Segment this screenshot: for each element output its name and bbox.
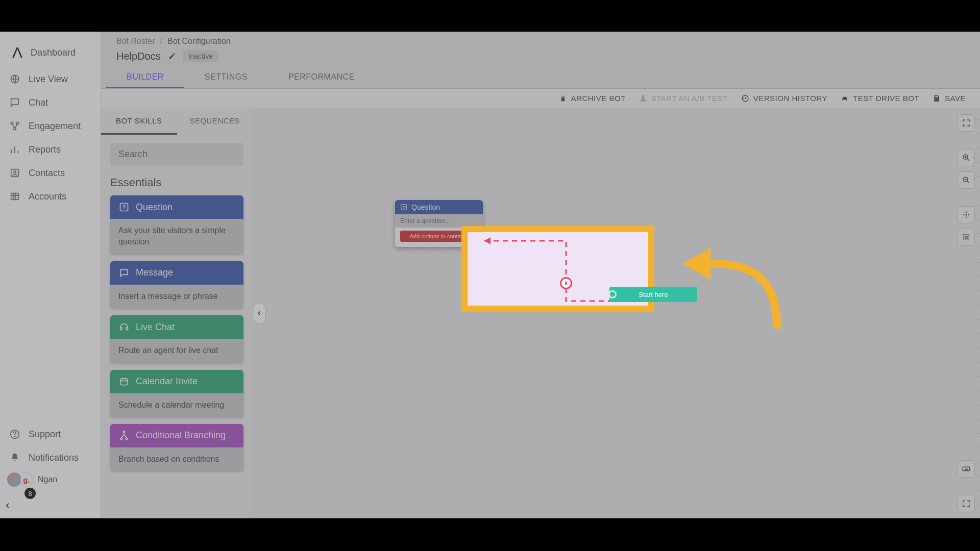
calendar-icon <box>118 376 130 387</box>
svg-point-10 <box>846 98 846 99</box>
save-button[interactable]: SAVE <box>933 94 966 103</box>
keyboard-button[interactable] <box>958 460 975 478</box>
sidebar: Λ Dashboard Live View Chat Engagement Re… <box>0 32 101 518</box>
nav-reports[interactable]: Reports <box>4 138 96 161</box>
zoom-out-button[interactable] <box>958 171 975 189</box>
edit-icon[interactable] <box>168 52 176 60</box>
svg-point-16 <box>120 438 122 439</box>
expand-button[interactable] <box>958 495 975 512</box>
headset-icon <box>118 321 130 333</box>
fullscreen-button[interactable] <box>958 114 975 132</box>
svg-rect-6 <box>11 193 19 200</box>
tab-performance[interactable]: PERFORMANCE <box>268 67 375 88</box>
nav-liveview[interactable]: Live View <box>4 67 96 91</box>
user-badge: g. <box>20 473 33 486</box>
svg-text:?: ? <box>403 205 405 210</box>
nav-chat[interactable]: Chat <box>4 91 96 114</box>
skills-tab-botskills[interactable]: BOT SKILLS <box>101 108 177 135</box>
skill-card-calendar[interactable]: Calendar Invite Schedule a calendar meet… <box>110 370 243 417</box>
tab-builder[interactable]: BUILDER <box>106 67 184 88</box>
nav-contacts[interactable]: Contacts <box>4 161 96 185</box>
main: Bot Roster / Bot Configuration HelpDocs … <box>101 32 980 518</box>
avatar <box>7 472 21 487</box>
nav-dashboard[interactable]: Dashboard <box>31 47 76 58</box>
engagement-icon <box>9 120 20 132</box>
recenter-button[interactable] <box>958 206 975 223</box>
nav-accounts[interactable]: Accounts <box>4 185 96 208</box>
breadcrumb-root[interactable]: Bot Roster <box>116 37 155 46</box>
builder-canvas[interactable]: ? Question Enter a question... Add optio… <box>253 108 980 518</box>
canvas-tools <box>958 114 975 246</box>
archive-bot-button[interactable]: ARCHIVE BOT <box>559 94 626 103</box>
contacts-icon <box>9 167 20 179</box>
top-tabs: BUILDER SETTINGS PERFORMANCE <box>101 62 980 89</box>
ab-test-button[interactable]: START AN A/B TEST <box>639 94 728 103</box>
delete-connection-button[interactable] <box>560 277 572 289</box>
svg-rect-23 <box>965 236 968 239</box>
nav-engagement[interactable]: Engagement <box>4 114 96 138</box>
test-drive-button[interactable]: TEST DRIVE BOT <box>841 94 919 103</box>
version-history-button[interactable]: VERSION HISTORY <box>741 94 827 103</box>
svg-point-8 <box>14 436 15 437</box>
skills-section-title: Essentials <box>110 176 243 189</box>
question-icon: ? <box>118 202 130 213</box>
svg-point-17 <box>126 438 127 439</box>
canvas-tools-bottom <box>958 460 975 512</box>
svg-point-9 <box>843 98 844 99</box>
status-chip: Inactive <box>183 50 218 62</box>
nav-notifications[interactable]: Notifications <box>4 446 96 469</box>
svg-rect-14 <box>126 328 128 330</box>
bar-chart-icon <box>9 144 20 155</box>
skill-card-livechat[interactable]: Live Chat Route an agent for live chat <box>110 315 243 362</box>
skill-card-question[interactable]: ? Question Ask your site visitors a simp… <box>110 195 243 254</box>
breadcrumb-current: Bot Configuration <box>167 37 231 46</box>
fit-button[interactable] <box>958 229 975 246</box>
user-name: Ngan <box>38 475 57 484</box>
svg-point-21 <box>966 214 967 216</box>
skills-tab-sequences[interactable]: SEQUENCES <box>177 108 253 135</box>
svg-point-5 <box>14 171 16 173</box>
notification-count: 8 <box>24 488 36 499</box>
tab-settings[interactable]: SETTINGS <box>184 67 268 88</box>
start-output-port[interactable] <box>608 290 617 298</box>
skill-card-branching[interactable]: Conditional Branching Branch based on co… <box>110 424 243 471</box>
user-row[interactable]: g. Ngan <box>4 469 96 490</box>
message-icon <box>118 267 130 279</box>
logo: Λ Dashboard <box>4 38 96 67</box>
sidebar-collapse[interactable] <box>4 499 96 512</box>
svg-rect-13 <box>120 328 122 330</box>
svg-rect-15 <box>120 379 127 385</box>
builder-toolbar: ARCHIVE BOT START AN A/B TEST VERSION HI… <box>101 89 980 108</box>
svg-text:?: ? <box>122 204 126 210</box>
branch-icon <box>118 430 130 441</box>
chat-icon <box>9 97 20 108</box>
bot-title: HelpDocs <box>116 51 161 62</box>
nav-support[interactable]: Support <box>4 422 96 446</box>
breadcrumb: Bot Roster / Bot Configuration <box>101 32 980 46</box>
skills-panel: BOT SKILLS SEQUENCES Essentials ? Questi… <box>101 108 253 518</box>
panel-collapse-button[interactable] <box>253 303 266 324</box>
globe-icon <box>9 73 20 85</box>
accounts-icon <box>9 191 20 202</box>
zoom-in-button[interactable] <box>958 149 975 166</box>
help-icon <box>9 429 20 440</box>
skill-card-message[interactable]: Message Insert a message or phrase <box>110 261 243 308</box>
bell-icon <box>9 452 20 463</box>
svg-rect-24 <box>963 467 970 471</box>
question-icon: ? <box>400 204 407 211</box>
search-input[interactable] <box>110 143 243 166</box>
start-here-node[interactable]: Start here <box>609 287 697 302</box>
